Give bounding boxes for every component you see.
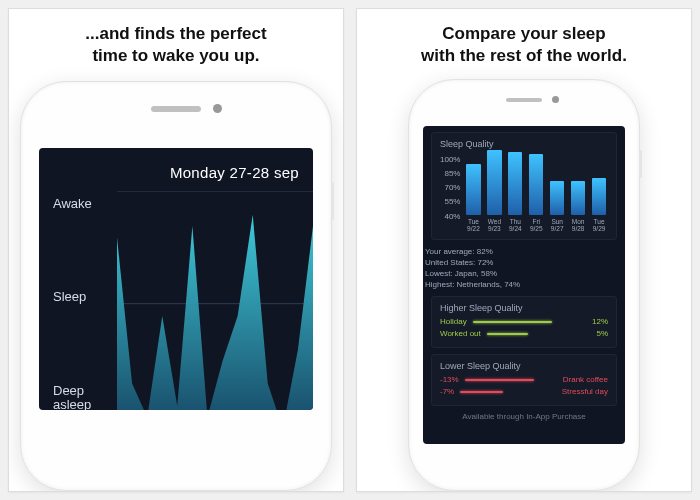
phone-device-left: Monday 27-28 sep Awake Sleep Deepasleep xyxy=(20,81,332,492)
bar-x-label: Mon9/28 xyxy=(572,218,585,232)
factor-label: Holiday xyxy=(440,317,467,326)
bar-rect xyxy=(592,178,606,215)
bar-column: Fri9/25 xyxy=(527,154,545,232)
bar-rect xyxy=(550,181,564,215)
stat-lowest: Lowest: Japan, 58% xyxy=(425,268,623,279)
bar-column: Sun9/27 xyxy=(548,181,566,232)
factor-value: -7% xyxy=(440,387,454,396)
factor-value: 5% xyxy=(596,329,608,338)
bar-x-label: Sun9/27 xyxy=(551,218,564,232)
factor-label: Stressful day xyxy=(562,387,608,396)
sleep-quality-panel: Sleep Quality 100%85%70%55%40% Tue9/22We… xyxy=(431,132,617,240)
app-store-screenshot-pair: ...and finds the perfecttime to wake you… xyxy=(0,0,700,500)
panel-title-lower: Lower Sleep Quality xyxy=(440,361,608,371)
camera-icon xyxy=(552,96,559,103)
factor-row: -7%Stressful day xyxy=(440,387,608,396)
factor-bar xyxy=(465,379,557,381)
bar-rect xyxy=(508,152,522,215)
factor-bar xyxy=(460,391,556,393)
bar-x-label: Fri9/25 xyxy=(530,218,543,232)
bar-y-tick: 70% xyxy=(440,183,460,192)
bar-rect xyxy=(466,164,480,215)
bar-x-label: Thu9/24 xyxy=(509,218,522,232)
bar-x-label: Wed9/23 xyxy=(488,218,501,232)
promo-card-left: ...and finds the perfecttime to wake you… xyxy=(8,8,344,492)
sleep-phase-chart: Awake Sleep Deepasleep xyxy=(39,191,313,411)
bar-rect xyxy=(487,150,501,216)
factor-row: -13%Drank coffee xyxy=(440,375,608,384)
promo-card-right: Compare your sleepwith the rest of the w… xyxy=(356,8,692,492)
factor-row: Holiday12% xyxy=(440,317,608,326)
factor-bar xyxy=(487,333,591,335)
phone-screen-left: Monday 27-28 sep Awake Sleep Deepasleep xyxy=(39,148,313,411)
bar-rect xyxy=(571,181,585,215)
sleep-area-plot xyxy=(117,191,313,411)
factor-row: Worked out5% xyxy=(440,329,608,338)
bar-x-label: Tue9/29 xyxy=(593,218,606,232)
bar-y-tick: 40% xyxy=(440,212,460,221)
bar-y-tick: 55% xyxy=(440,197,460,206)
bar-rect xyxy=(529,154,543,215)
bar-y-tick: 100% xyxy=(440,155,460,164)
bar-chart-bars: Tue9/22Wed9/23Thu9/24Fri9/25Sun9/27Mon9/… xyxy=(464,153,608,233)
factor-value: -13% xyxy=(440,375,459,384)
y-label-awake: Awake xyxy=(53,197,113,211)
higher-quality-panel: Higher Sleep Quality Holiday12%Worked ou… xyxy=(431,296,617,348)
bar-x-label: Tue9/22 xyxy=(467,218,480,232)
bar-column: Thu9/24 xyxy=(506,152,524,233)
side-button-icon xyxy=(331,182,334,220)
factor-label: Drank coffee xyxy=(563,375,608,384)
sleep-quality-bar-chart: 100%85%70%55%40% Tue9/22Wed9/23Thu9/24Fr… xyxy=(440,153,608,233)
bar-column: Mon9/28 xyxy=(569,181,587,232)
bar-y-tick: 85% xyxy=(440,169,460,178)
phone-screen-right: Sleep Quality 100%85%70%55%40% Tue9/22We… xyxy=(423,126,625,445)
panel-title-higher: Higher Sleep Quality xyxy=(440,303,608,313)
headline-left: ...and finds the perfecttime to wake you… xyxy=(85,23,266,67)
stat-highest: Highest: Netherlands, 74% xyxy=(425,279,623,290)
y-label-deep: Deepasleep xyxy=(53,384,113,410)
iap-footnote: Available through In-App Purchase xyxy=(423,412,625,421)
y-label-sleep: Sleep xyxy=(53,290,113,304)
bar-column: Tue9/29 xyxy=(590,178,608,233)
factor-bar xyxy=(473,321,586,323)
sleep-y-axis: Awake Sleep Deepasleep xyxy=(53,191,113,411)
bar-column: Tue9/22 xyxy=(464,164,482,232)
bar-chart-y-axis: 100%85%70%55%40% xyxy=(440,153,464,233)
chart-date: Monday 27-28 sep xyxy=(39,148,313,183)
bar-column: Wed9/23 xyxy=(485,150,503,233)
earpiece-icon xyxy=(506,98,542,102)
factor-label: Worked out xyxy=(440,329,481,338)
headline-right: Compare your sleepwith the rest of the w… xyxy=(421,23,627,67)
camera-icon xyxy=(213,104,222,113)
comparison-stats: Your average: 82% United States: 72% Low… xyxy=(425,246,623,291)
stat-your: Your average: 82% xyxy=(425,246,623,257)
side-button-icon xyxy=(639,150,642,178)
phone-device-right: Sleep Quality 100%85%70%55%40% Tue9/22We… xyxy=(408,79,640,492)
stat-country: United States: 72% xyxy=(425,257,623,268)
factor-value: 12% xyxy=(592,317,608,326)
panel-title-quality: Sleep Quality xyxy=(440,139,608,149)
earpiece-icon xyxy=(151,106,201,112)
lower-quality-panel: Lower Sleep Quality -13%Drank coffee-7%S… xyxy=(431,354,617,406)
